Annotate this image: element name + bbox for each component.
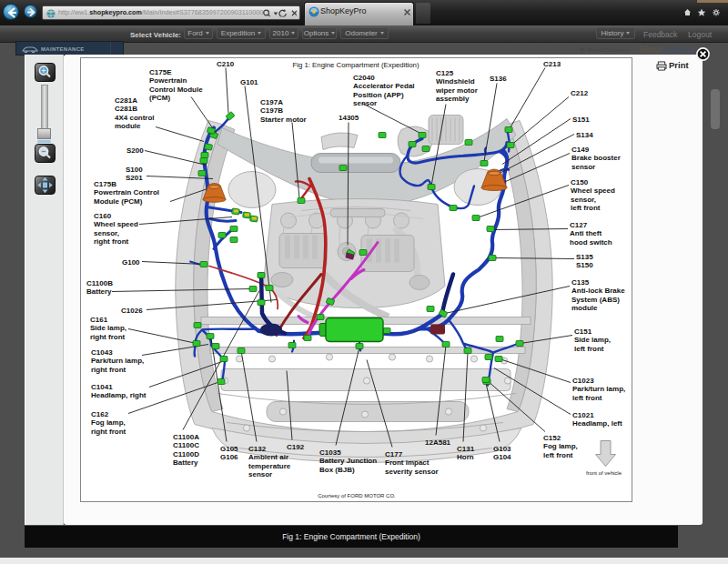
svg-text:C177: C177 [385,449,403,458]
svg-text:temperature: temperature [248,461,291,469]
svg-text:C192: C192 [287,442,305,450]
svg-text:Powertrain Control: Powertrain Control [94,188,159,196]
svg-text:Module (PCM): Module (PCM) [94,196,143,205]
svg-text:S151: S151 [572,115,590,123]
svg-text:Fog lamp,: Fog lamp, [91,418,126,427]
svg-text:C160: C160 [94,211,112,219]
svg-text:G104: G104 [493,453,511,461]
svg-text:C151: C151 [574,327,592,335]
svg-text:module: module [115,122,141,130]
svg-text:C2040: C2040 [353,73,375,81]
svg-text:Powertrain: Powertrain [149,76,187,85]
svg-text:Brake booster: Brake booster [571,154,621,162]
svg-text:right front: right front [91,365,126,373]
svg-text:S150: S150 [576,261,593,269]
svg-text:C175B: C175B [94,179,116,187]
svg-text:Battery: Battery [173,458,198,467]
svg-text:Starter motor: Starter motor [260,115,307,123]
svg-text:left front: left front [574,344,604,352]
svg-text:C150: C150 [571,177,589,186]
svg-text:C281A: C281A [115,96,137,104]
svg-text:C1100D: C1100D [173,449,199,458]
svg-text:Control Module: Control Module [149,85,203,93]
svg-text:C1035: C1035 [319,448,341,456]
svg-text:Front impact: Front impact [385,458,430,467]
svg-text:G100: G100 [122,257,140,266]
svg-text:Headlamp, right: Headlamp, right [91,391,147,399]
svg-text:Courtesy of FORD MOTOR CO.: Courtesy of FORD MOTOR CO. [318,492,396,498]
svg-text:G103: G103 [493,444,511,452]
svg-text:sensor: sensor [571,162,595,170]
svg-text:Windshield: Windshield [436,77,475,86]
svg-text:Anti-lock Brake: Anti-lock Brake [571,287,625,295]
svg-text:Park/turn lamp,: Park/turn lamp, [91,357,144,365]
svg-text:C197A: C197A [260,97,283,106]
svg-text:4X4 control: 4X4 control [115,113,155,121]
svg-text:C197B: C197B [260,106,283,115]
svg-text:S100: S100 [126,165,143,173]
svg-text:severity sensor: severity sensor [385,467,439,475]
svg-text:C127: C127 [570,220,588,228]
svg-text:Side lamp,: Side lamp, [90,324,126,332]
svg-text:assembly: assembly [436,95,470,103]
svg-text:C1021: C1021 [572,410,594,418]
svg-text:G106: G106 [220,453,238,461]
svg-text:right front: right front [90,332,126,340]
svg-text:Headlamp, left: Headlamp, left [572,419,622,428]
svg-text:S135: S135 [576,252,593,260]
svg-text:C212: C212 [571,88,589,96]
svg-text:S200: S200 [126,146,144,154]
svg-text:right front: right front [91,427,126,435]
svg-text:System (ABS): System (ABS) [571,295,620,303]
svg-text:Horn: Horn [457,453,474,461]
svg-text:C1041: C1041 [91,382,113,390]
svg-text:C135: C135 [571,277,590,286]
svg-text:C149: C149 [571,145,590,153]
svg-text:12A581: 12A581 [425,438,451,446]
svg-text:G105: G105 [220,444,238,452]
svg-text:C1100C: C1100C [173,441,199,449]
svg-text:Wheel speed: Wheel speed [94,220,138,228]
svg-text:C281B: C281B [115,105,137,113]
svg-text:C1100A: C1100A [173,432,199,440]
svg-text:C1023: C1023 [572,376,594,384]
svg-text:C1026: C1026 [121,306,143,314]
svg-text:Ambient air: Ambient air [248,453,288,461]
svg-text:C131: C131 [457,444,475,452]
svg-text:C125: C125 [436,68,454,76]
svg-text:C162: C162 [91,409,109,418]
svg-text:Accelerator Pedal: Accelerator Pedal [353,82,415,90]
svg-text:front of vehicle: front of vehicle [586,469,622,475]
svg-text:left front: left front [572,393,602,401]
svg-text:Park/turn lamp,: Park/turn lamp, [572,385,625,393]
svg-text:left front: left front [571,204,601,212]
svg-text:sensor,: sensor, [571,195,596,203]
svg-text:hood switch: hood switch [570,237,612,246]
svg-text:G101: G101 [240,77,258,86]
svg-text:Fog lamp,: Fog lamp, [543,442,578,450]
svg-text:Wheel speed: Wheel speed [571,186,615,195]
svg-text:sensor: sensor [353,99,377,107]
svg-text:C152: C152 [543,433,561,441]
svg-text:Battery Junction: Battery Junction [319,457,377,465]
svg-text:14305: 14305 [339,113,359,121]
svg-text:C132: C132 [248,444,267,452]
svg-text:Position (APP): Position (APP) [353,90,404,98]
svg-text:C1043: C1043 [91,347,113,356]
svg-text:C161: C161 [90,315,108,323]
svg-text:module: module [571,304,598,312]
svg-text:C1100B: C1100B [86,278,113,287]
svg-text:Battery: Battery [86,287,112,296]
svg-text:S136: S136 [490,74,507,82]
svg-text:sensor: sensor [248,470,272,478]
svg-text:left front: left front [543,450,573,458]
svg-text:S201: S201 [126,174,143,182]
svg-text:(PCM): (PCM) [149,94,170,102]
svg-text:wiper motor: wiper motor [435,86,478,94]
svg-text:Box (BJB): Box (BJB) [319,465,355,473]
svg-text:right front: right front [94,237,129,246]
svg-text:sensor,: sensor, [94,228,119,237]
svg-text:S134: S134 [576,130,593,138]
svg-text:Anti theft: Anti theft [570,229,602,237]
svg-text:Side lamp,: Side lamp, [574,336,611,344]
